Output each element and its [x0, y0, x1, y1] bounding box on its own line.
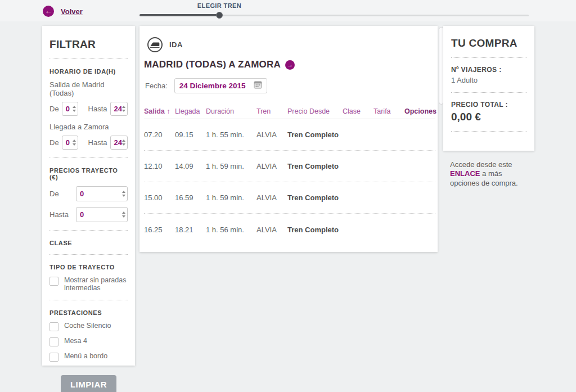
salida-from-value: 0 [66, 105, 70, 113]
precio-de-label: De [50, 190, 59, 198]
cell-precio: Tren Completo [287, 193, 343, 202]
checkbox[interactable] [50, 322, 58, 331]
back-button[interactable]: ← [43, 6, 54, 17]
salida-madrid-label: Salida de Madrid (Todas) [50, 80, 128, 97]
route-title: MADRID (TODAS) A ZAMORA [144, 59, 281, 70]
cell-llegada: 18.21 [175, 226, 206, 234]
back-arrow-icon: ← [45, 7, 52, 15]
cell-precio: Tren Completo [287, 226, 343, 234]
divider [451, 57, 526, 58]
cell-precio: Tren Completo [287, 162, 343, 170]
direction-label: IDA [169, 40, 183, 49]
column-header-llegada[interactable]: Llegada [175, 107, 206, 115]
date-value: 24 Diciembre 2015 [179, 82, 246, 90]
divider [50, 254, 128, 255]
llegada-from-value: 0 [66, 138, 70, 147]
elegir-tren-page: ← Volver ELEGIR TREN FILTRAR HORARIO DE … [0, 0, 576, 392]
salida-to-value: 24 [114, 105, 122, 113]
precio-from-stepper[interactable]: 0 [76, 186, 128, 201]
calendar-icon[interactable] [254, 80, 262, 91]
cell-llegada: 09.15 [175, 130, 206, 139]
cell-tren: ALVIA [256, 193, 287, 202]
llegada-to-stepper[interactable]: 24 [110, 136, 128, 150]
stepper-arrows-icon[interactable] [122, 106, 125, 112]
column-header-tren[interactable]: Tren [256, 107, 287, 115]
precio-hasta-label: Hasta [50, 210, 69, 219]
divider [50, 230, 128, 231]
precios-section-title: PRECIOS TRAYECTO (€) [50, 167, 128, 181]
cell-salida: 16.25 [144, 226, 175, 234]
viajeros-value: 1 Adulto [451, 76, 526, 84]
filter-panel: FILTRAR HORARIO DE IDA(H) Salida de Madr… [42, 26, 135, 366]
divider [50, 58, 128, 59]
column-header-salida[interactable]: Salida ↑ [144, 107, 175, 115]
llegada-zamora-label: Llegada a Zamora [50, 123, 128, 131]
cell-tren: ALVIA [256, 162, 287, 170]
more-options-note: Accede desde este ENLACE a más opciones … [450, 160, 530, 188]
precio-total-label: PRECIO TOTAL : [451, 101, 526, 109]
salida-from-stepper[interactable]: 0 [62, 102, 78, 116]
de-label: De [50, 138, 59, 147]
column-header-tarifa[interactable]: Tarifa [374, 107, 404, 115]
cell-llegada: 16.59 [175, 193, 206, 202]
precio-to-stepper[interactable]: 0 [76, 207, 128, 222]
cell-duracion: 1 h. 59 min. [206, 193, 256, 202]
cell-llegada: 14.09 [175, 162, 206, 170]
column-header-opciones[interactable]: Opciones [404, 107, 436, 115]
sort-ascending-icon: ↑ [166, 107, 170, 115]
enlace-link[interactable]: ENLACE [450, 169, 480, 178]
back-link[interactable]: Volver [61, 7, 83, 16]
train-row[interactable]: 16.25 18.21 1 h. 56 min. ALVIA Tren Comp… [144, 214, 435, 245]
stepper-arrows-icon[interactable] [122, 191, 125, 197]
cell-precio: Tren Completo [287, 130, 343, 139]
train-row[interactable]: 15.00 16.59 1 h. 59 min. ALVIA Tren Comp… [144, 182, 435, 214]
de-label: De [50, 105, 59, 113]
mesa4-checkbox-row[interactable]: Mesa 4 [50, 337, 128, 346]
menu-bordo-checkbox-row[interactable]: Menú a bordo [50, 352, 128, 362]
checkbox[interactable] [50, 337, 58, 346]
date-input[interactable]: 24 Diciembre 2015 [174, 78, 267, 93]
divider [451, 92, 526, 93]
column-header-precio[interactable]: Precio Desde [287, 107, 343, 115]
mesa4-label: Mesa 4 [64, 337, 87, 345]
cell-duracion: 1 h. 55 min. [206, 130, 256, 139]
precio-to-value: 0 [80, 210, 84, 219]
cell-duracion: 1 h. 59 min. [206, 162, 256, 170]
precio-total-value: 0,00 € [451, 111, 526, 123]
forward-arrow-icon: → [285, 60, 295, 70]
stepper-arrows-icon[interactable] [73, 106, 76, 112]
progress-completed-segment [140, 14, 217, 16]
cell-tren: ALVIA [256, 226, 287, 234]
column-header-duracion[interactable]: Duración [206, 107, 256, 115]
checkbox[interactable] [50, 277, 58, 286]
sin-paradas-checkbox-row[interactable]: Mostrar sin paradas intermedias [50, 276, 128, 292]
train-results-panel: IDA MADRID (TODAS) A ZAMORA → Fecha: 24 … [140, 26, 438, 252]
prestaciones-section-title: PRESTACIONES [50, 309, 128, 316]
coche-silencio-label: Coche Silencio [64, 322, 111, 330]
cell-salida: 07.20 [144, 130, 175, 139]
stepper-arrows-icon[interactable] [122, 139, 125, 146]
viajeros-label: Nº VIAJEROS : [451, 66, 526, 74]
cell-tren: ALVIA [256, 130, 287, 139]
checkbox[interactable] [50, 353, 58, 362]
fecha-label: Fecha: [145, 82, 168, 90]
llegada-from-stepper[interactable]: 0 [62, 136, 78, 150]
purchase-title: TU COMPRA [451, 37, 526, 49]
top-navigation-band [0, 0, 576, 21]
menu-bordo-label: Menú a bordo [64, 352, 107, 360]
filter-title: FILTRAR [50, 38, 128, 51]
train-row[interactable]: 12.10 14.09 1 h. 59 min. ALVIA Tren Comp… [144, 151, 435, 182]
column-header-clase[interactable]: Clase [343, 107, 374, 115]
salida-to-stepper[interactable]: 24 [110, 102, 128, 116]
purchase-summary-panel: TU COMPRA Nº VIAJEROS : 1 Adulto PRECIO … [443, 26, 534, 151]
llegada-to-value: 24 [114, 138, 122, 147]
hasta-label: Hasta [88, 138, 107, 147]
stepper-arrows-icon[interactable] [73, 139, 76, 146]
note-text-before: Accede desde este [450, 160, 512, 169]
stepper-arrows-icon[interactable] [122, 211, 125, 218]
train-row[interactable]: 07.20 09.15 1 h. 55 min. ALVIA Tren Comp… [144, 119, 435, 151]
coche-silencio-checkbox-row[interactable]: Coche Silencio [50, 322, 128, 331]
cell-salida: 15.00 [144, 193, 175, 202]
limpiar-button[interactable]: LIMPIAR [61, 375, 116, 392]
progress-step-label: ELEGIR TREN [186, 2, 253, 9]
